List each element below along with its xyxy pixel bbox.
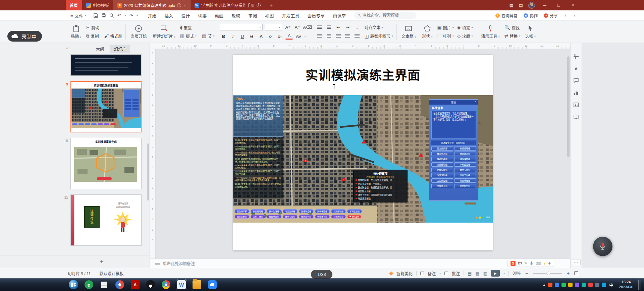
- map-department-button[interactable]: 卫生防疫组: [331, 215, 346, 219]
- qq-icon[interactable]: [143, 278, 158, 291]
- department-button[interactable]: 群众生活组: [431, 152, 453, 156]
- pencil-icon[interactable]: ✎: [524, 261, 527, 266]
- tab-outline[interactable]: 大纲: [92, 45, 108, 53]
- department-button[interactable]: 涉外工作组: [454, 173, 476, 177]
- tray-volume-icon[interactable]: [595, 283, 599, 287]
- zoom-in-button[interactable]: +: [566, 271, 571, 276]
- zoom-out-button[interactable]: −: [524, 271, 529, 276]
- start-button[interactable]: [66, 278, 81, 291]
- cut-button[interactable]: ✂剪切: [84, 24, 124, 31]
- underline-button[interactable]: U: [238, 33, 246, 40]
- department-button[interactable]: 治安消防组: [431, 173, 453, 177]
- slide-10-thumbnail[interactable]: 实训模拟演练完成: [70, 138, 142, 189]
- effects-star-icon[interactable]: ★: [572, 64, 580, 72]
- shapes-button[interactable]: 形状 ▾: [419, 22, 435, 42]
- close-button[interactable]: ×: [569, 3, 577, 8]
- play-from-current-button[interactable]: 当页开始: [127, 22, 150, 42]
- messages-badge[interactable]: 9条消息: [347, 215, 361, 219]
- slide-sorter-view-button[interactable]: ▦: [475, 271, 479, 276]
- department-button[interactable]: 医疗防疫组: [431, 157, 453, 161]
- clear-format-button[interactable]: A⌫: [303, 24, 312, 31]
- tab-close-icon[interactable]: ×: [184, 3, 186, 7]
- tray-ime-indicator[interactable]: 中: [608, 282, 614, 288]
- menu-tab[interactable]: 动画: [211, 11, 227, 20]
- slideshow-play-button[interactable]: ▶: [491, 270, 500, 277]
- microphone-overlay-button[interactable]: [593, 237, 612, 256]
- wps-icon[interactable]: W: [174, 278, 189, 291]
- department-button[interactable]: 救援抢险组: [454, 146, 476, 151]
- copy-button[interactable]: ⧉复制: [84, 33, 100, 39]
- map-department-button[interactable]: 交通运输组: [331, 209, 346, 213]
- notes-caret-icon[interactable]: ▾: [439, 272, 441, 275]
- line-spacing-button[interactable]: ↕: [353, 24, 361, 31]
- align-center-button[interactable]: [325, 33, 332, 40]
- strikethrough-button[interactable]: S: [248, 33, 255, 40]
- map-department-button[interactable]: 涉外工作组: [251, 215, 265, 219]
- map-department-button[interactable]: 地震监评组: [283, 209, 298, 213]
- department-button[interactable]: 通信保障组: [454, 157, 476, 161]
- doc-info-icon[interactable]: i: [177, 3, 181, 7]
- convert-smartart-button[interactable]: ◫转智能图形▾: [363, 33, 394, 39]
- font-family-select[interactable]: ▾: [220, 24, 263, 31]
- folder-icon[interactable]: [189, 278, 205, 291]
- apps-grid-icon[interactable]: ▤: [519, 3, 523, 8]
- reading-view-button[interactable]: ▥: [483, 271, 487, 276]
- map-department-button[interactable]: 恢复重建组: [267, 215, 281, 219]
- undo-icon[interactable]: ↶: [117, 13, 121, 18]
- share-button[interactable]: ↗分享: [544, 13, 558, 18]
- notepad-icon[interactable]: [97, 278, 112, 291]
- template-name[interactable]: 默认设计模板: [99, 271, 123, 276]
- tab-document[interactable]: P 2023 公共组织管理实践.pptx i ×: [113, 0, 190, 10]
- tab-manual[interactable]: W 学生版 实训软件产品操作手册 i: [191, 0, 265, 10]
- book-icon[interactable]: [572, 113, 580, 121]
- menu-tab[interactable]: 插入: [161, 11, 177, 20]
- align-right-button[interactable]: [334, 33, 342, 40]
- department-button[interactable]: 应急指挥部: [431, 146, 453, 151]
- menu-tab[interactable]: 开始: [144, 11, 160, 20]
- department-button[interactable]: 灾情统计组: [431, 184, 453, 188]
- menu-tab[interactable]: 设计: [177, 11, 194, 20]
- zoom-slider[interactable]: [533, 273, 562, 274]
- department-button[interactable]: 卫生防疫组: [431, 178, 453, 183]
- decrease-font-button[interactable]: A⁻: [293, 24, 301, 31]
- user-avatar[interactable]: [528, 2, 535, 9]
- image-tool-icon[interactable]: [572, 101, 580, 109]
- zoom-knob[interactable]: [547, 272, 550, 275]
- more-tools-button[interactable]: ···: [572, 259, 581, 265]
- file-menu[interactable]: ≡ 文件 ▾: [68, 12, 89, 19]
- align-left-button[interactable]: [316, 33, 323, 40]
- new-slide-button[interactable]: 新建幻灯片 ▾: [150, 22, 178, 42]
- slide-9-thumbnail[interactable]: 实训模拟演练主界面: [70, 81, 142, 132]
- collapse-panel-button[interactable]: «: [66, 46, 69, 51]
- tray-sogou-icon[interactable]: [548, 283, 552, 287]
- new-tab-button[interactable]: +: [265, 2, 277, 8]
- clock[interactable]: 16:24 2023/6/6: [616, 280, 636, 290]
- format-painter-button[interactable]: 🖌格式刷: [102, 33, 124, 39]
- department-button[interactable]: 交通运输组: [431, 162, 453, 167]
- panel-scrollbar[interactable]: [147, 143, 149, 200]
- bold-button[interactable]: B: [220, 33, 227, 40]
- department-button[interactable]: 地震监评组: [454, 152, 476, 156]
- notes-bar[interactable]: 单击此处添加备注 S 中 ✎ ⌨ ◑ ✚: [150, 258, 570, 268]
- decrease-indent-button[interactable]: ⇤: [334, 24, 342, 31]
- canvas-scrollbar[interactable]: [567, 56, 570, 157]
- tray-network-icon[interactable]: [602, 283, 606, 287]
- comments-button[interactable]: 批注: [452, 271, 460, 276]
- subscript-button[interactable]: x₂: [276, 33, 283, 40]
- menu-tab[interactable]: 开发工具: [278, 11, 303, 20]
- map-department-button[interactable]: 信息宣发组: [234, 215, 249, 219]
- tray-app-icon[interactable]: [575, 283, 579, 287]
- add-slide-button[interactable]: +: [97, 257, 107, 266]
- department-button[interactable]: 志愿服务组: [454, 184, 476, 188]
- menu-tab[interactable]: 视图: [261, 11, 277, 20]
- font-color-button[interactable]: A: [285, 33, 293, 40]
- increase-indent-button[interactable]: ⇥: [344, 24, 351, 31]
- bullet-list-button[interactable]: [316, 24, 323, 31]
- comment-icon[interactable]: [572, 76, 580, 84]
- simulation-screenshot[interactable]: ! ! ! ! Tips 当前可点击地图中部应急点下方以切换紧急处理突发事件互动…: [233, 95, 493, 223]
- play-caret-icon[interactable]: ▾: [503, 272, 505, 275]
- maximize-button[interactable]: □: [554, 3, 563, 8]
- map-department-button[interactable]: 通信保障组: [315, 209, 330, 213]
- find-button[interactable]: 🔍查找: [503, 24, 522, 31]
- presentation-tools-button[interactable]: 演示工具 ▾: [478, 22, 502, 42]
